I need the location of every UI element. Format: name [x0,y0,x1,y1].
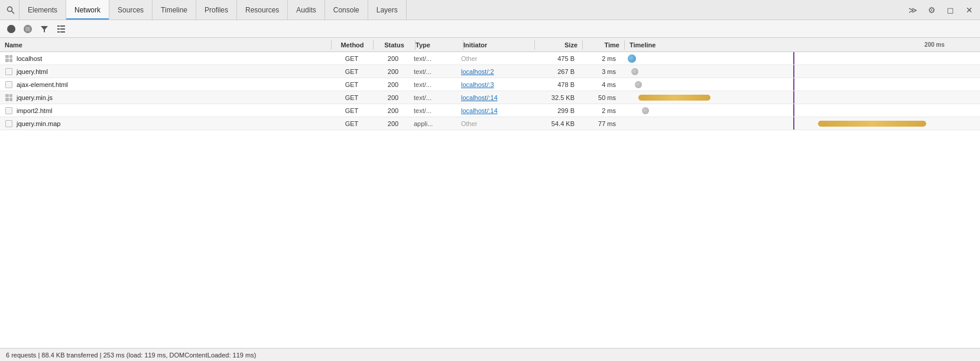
timeline-bar [818,121,926,127]
cell-type: text/... [414,55,461,62]
svg-rect-4 [60,25,65,27]
close-button[interactable]: ✕ [961,2,978,18]
status-text: 6 requests | 88.4 KB transferred | 253 m… [6,352,256,359]
cell-timeline [621,52,980,65]
timeline-purple-line [793,65,794,78]
timeline-bar [631,68,638,75]
cell-type: text/... [414,107,461,114]
table-row[interactable]: jquery.htmlGET200text/...localhost/:2267… [0,65,980,78]
file-icon [5,94,13,102]
cell-name: localhost [0,54,331,63]
tab-layers[interactable]: Layers [368,0,407,20]
cell-type: appli... [414,120,461,127]
cell-size: 54.4 KB [532,120,579,127]
settings-button[interactable]: ⚙ [923,2,940,18]
undock-button[interactable]: ◻ [942,2,959,18]
cell-initiator[interactable]: localhost/:14 [461,107,532,114]
table-row[interactable]: ajax-element.htmlGET200text/...localhost… [0,78,980,91]
cell-method: GET [331,68,372,75]
table-row[interactable]: jquery.min.mapGET200appli...Other54.4 KB… [0,117,980,130]
tab-audits[interactable]: Audits [288,0,324,20]
timeline-purple-line [793,104,794,117]
list-icon [57,25,65,33]
tab-sources[interactable]: Sources [109,0,152,20]
svg-rect-7 [57,31,60,33]
timeline-purple-line [793,78,794,91]
svg-point-0 [8,7,12,11]
cell-status: 200 [372,107,414,114]
table-body: localhostGET200text/...Other475 B2 msjqu… [0,52,980,348]
cell-name: jquery.min.map [0,120,331,128]
nav-tabs: Elements Network Sources Timeline Profil… [19,0,904,20]
cell-initiator[interactable]: localhost/:3 [461,81,532,88]
tab-profiles[interactable]: Profiles [196,0,237,20]
record-icon [7,25,15,33]
col-header-name[interactable]: Name [0,41,331,49]
filter-icon [40,25,48,33]
col-header-initiator[interactable]: Initiator [463,41,534,49]
table-row[interactable]: import2.htmlGET200text/...localhost/:142… [0,104,980,117]
cell-size: 299 B [532,107,579,114]
svg-rect-5 [57,28,60,30]
filter-button[interactable] [38,22,51,36]
timeline-bar-wrapper [621,67,980,76]
tab-resources[interactable]: Resources [237,0,288,20]
cell-initiator[interactable]: localhost/:2 [461,68,532,75]
tab-network[interactable]: Network [66,0,109,20]
stop-icon [24,25,32,33]
status-bar: 6 requests | 88.4 KB transferred | 253 m… [0,348,980,361]
timeline-bar [638,95,710,101]
file-icon [5,80,13,89]
svg-rect-8 [60,31,65,33]
cell-method: GET [331,81,372,88]
cell-type: text/... [414,68,461,75]
cell-size: 478 B [532,81,579,88]
svg-rect-6 [60,28,65,30]
file-icon [5,67,13,76]
cell-timeline [621,65,980,78]
tab-elements[interactable]: Elements [19,0,66,20]
timeline-purple-line [793,52,794,65]
timeline-bar-wrapper [621,120,980,128]
cell-size: 267 B [532,68,579,75]
cell-timeline [621,91,980,104]
cell-size: 32.5 KB [532,94,579,101]
search-button[interactable] [2,2,19,18]
cell-status: 200 [372,120,414,127]
file-icon [5,107,13,115]
cell-time: 3 ms [579,68,621,75]
table-header: Name Method Status Type Initiator Size T… [0,38,980,52]
cell-name: ajax-element.html [0,80,331,89]
file-icon [5,54,13,63]
timeline-bar-wrapper [621,94,980,102]
table-row[interactable]: localhostGET200text/...Other475 B2 ms [0,52,980,65]
cell-initiator: Other [461,55,532,62]
col-header-timeline[interactable]: Timeline 200 ms [625,41,980,49]
tab-timeline[interactable]: Timeline [152,0,196,20]
top-toolbar: Elements Network Sources Timeline Profil… [0,0,980,20]
cell-time: 77 ms [579,120,621,127]
cell-initiator[interactable]: localhost/:14 [461,94,532,101]
cell-method: GET [331,107,372,114]
stop-button[interactable] [21,22,34,36]
tab-console[interactable]: Console [325,0,368,20]
col-header-status[interactable]: Status [374,41,415,49]
cell-name: import2.html [0,107,331,115]
cell-timeline [621,78,980,91]
table-row[interactable]: jquery.min.jsGET200text/...localhost/:14… [0,91,980,104]
cell-method: GET [331,94,372,101]
col-header-type[interactable]: Type [416,41,463,49]
cell-time: 50 ms [579,94,621,101]
col-header-method[interactable]: Method [332,41,373,49]
svg-marker-2 [41,26,48,33]
list-view-button[interactable] [54,22,67,36]
cell-initiator: Other [461,120,532,127]
col-header-time[interactable]: Time [583,41,624,49]
timeline-ms-label: 200 ms [924,41,945,48]
cell-status: 200 [372,68,414,75]
execute-button[interactable]: ≫ [904,2,921,18]
col-header-size[interactable]: Size [535,41,582,49]
cell-method: GET [331,120,372,127]
cell-timeline [621,104,980,117]
record-button[interactable] [5,22,18,36]
